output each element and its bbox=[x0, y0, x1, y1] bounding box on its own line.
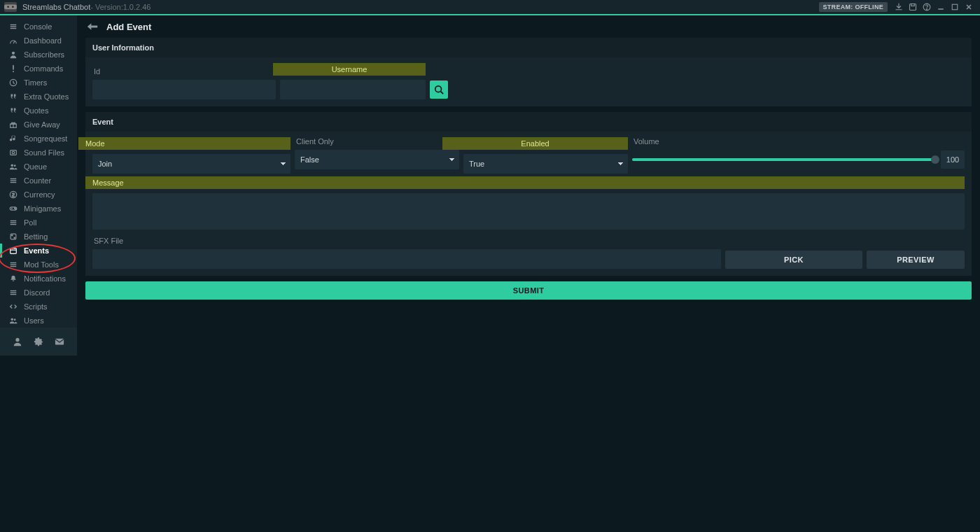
sidebar-item-console[interactable]: Console bbox=[0, 20, 77, 34]
sidebar-item-songrequest[interactable]: Songrequest bbox=[0, 132, 77, 146]
sidebar-item-poll[interactable]: Poll bbox=[0, 216, 77, 230]
calendar-icon bbox=[8, 246, 18, 255]
sidebar-item-dashboard[interactable]: Dashboard bbox=[0, 34, 77, 48]
music-icon bbox=[8, 134, 18, 144]
currency-icon bbox=[8, 190, 18, 200]
sidebar-item-label: Quotes bbox=[24, 106, 48, 115]
gear-icon[interactable] bbox=[33, 336, 44, 347]
username-label: Username bbox=[273, 63, 426, 76]
page-title: Add Event bbox=[106, 22, 151, 32]
id-input[interactable] bbox=[92, 80, 276, 99]
list-icon bbox=[8, 288, 18, 298]
sidebar-item-label: Mod Tools bbox=[24, 260, 59, 269]
sidebar-item-currency[interactable]: Currency bbox=[0, 188, 77, 202]
volume-slider[interactable] bbox=[632, 158, 935, 161]
person-icon bbox=[8, 50, 18, 59]
svg-point-1 bbox=[7, 6, 9, 8]
sidebar-item-label: Events bbox=[24, 246, 49, 255]
stream-status-badge: STREAM: OFFLINE bbox=[819, 2, 888, 12]
sound-icon bbox=[8, 148, 18, 158]
svg-rect-22 bbox=[10, 150, 17, 155]
svg-point-39 bbox=[12, 235, 13, 236]
svg-point-24 bbox=[11, 164, 13, 167]
quote-icon bbox=[8, 106, 18, 115]
code-icon bbox=[8, 302, 18, 312]
submit-button[interactable]: SUBMIT bbox=[85, 281, 972, 300]
sidebar-item-label: Poll bbox=[24, 218, 36, 227]
sidebar-item-discord[interactable]: Discord bbox=[0, 286, 77, 300]
sidebar-item-label: Commands bbox=[24, 64, 63, 73]
sidebar-item-label: Songrequest bbox=[24, 134, 67, 143]
svg-point-51 bbox=[11, 318, 13, 321]
enabled-label: Enabled bbox=[442, 137, 628, 150]
app-version-prefix: - Version: bbox=[90, 3, 122, 11]
mode-select[interactable]: Join bbox=[92, 154, 290, 174]
svg-rect-0 bbox=[4, 5, 17, 10]
preview-button[interactable]: PREVIEW bbox=[867, 251, 965, 269]
sidebar-item-mod-tools[interactable]: Mod Tools bbox=[0, 258, 77, 272]
mail-icon[interactable] bbox=[54, 336, 65, 347]
id-label: Id bbox=[92, 67, 276, 76]
sidebar-item-queue[interactable]: Queue bbox=[0, 160, 77, 174]
sidebar-item-notifications[interactable]: Notifications bbox=[0, 272, 77, 286]
dice-icon bbox=[8, 232, 18, 241]
sidebar-item-give-away[interactable]: Give Away bbox=[0, 118, 77, 132]
sidebar-item-timers[interactable]: Timers bbox=[0, 76, 77, 90]
svg-point-17 bbox=[13, 71, 14, 72]
download-icon[interactable] bbox=[892, 1, 905, 13]
profile-icon[interactable] bbox=[12, 336, 23, 347]
message-input[interactable] bbox=[92, 193, 965, 230]
search-button[interactable] bbox=[430, 80, 448, 99]
sidebar-item-label: Dashboard bbox=[24, 36, 62, 45]
svg-rect-8 bbox=[952, 4, 958, 10]
sfx-file-label: SFX File bbox=[92, 237, 965, 245]
sidebar-item-quotes[interactable]: Quotes bbox=[0, 104, 77, 118]
maximize-icon[interactable] bbox=[948, 1, 961, 13]
sidebar-item-events[interactable]: Events bbox=[0, 244, 77, 258]
sidebar-item-minigames[interactable]: Minigames bbox=[0, 202, 77, 216]
clientonly-label: Client Only bbox=[295, 137, 459, 146]
svg-point-15 bbox=[12, 52, 15, 55]
main-area: Add Event User Information Id Username bbox=[77, 15, 980, 532]
volume-slider-thumb[interactable] bbox=[931, 155, 939, 164]
sidebar-item-commands[interactable]: Commands bbox=[0, 62, 77, 76]
sidebar: ConsoleDashboardSubscribersCommandsTimer… bbox=[0, 15, 77, 356]
pick-button[interactable]: PICK bbox=[725, 251, 862, 269]
sidebar-item-label: Subscribers bbox=[24, 50, 64, 59]
titlebar: Streamlabs Chatbot - Version: 1.0.2.46 S… bbox=[0, 0, 980, 15]
svg-rect-38 bbox=[10, 234, 16, 239]
username-input[interactable] bbox=[280, 80, 426, 99]
svg-point-25 bbox=[14, 164, 16, 167]
volume-label: Volume bbox=[632, 137, 965, 146]
event-header: Event bbox=[85, 112, 972, 132]
minimize-icon[interactable] bbox=[934, 1, 947, 13]
gift-icon bbox=[8, 120, 18, 130]
help-icon[interactable] bbox=[920, 1, 933, 13]
sidebar-item-label: Discord bbox=[24, 288, 50, 297]
sfx-file-input[interactable] bbox=[92, 249, 721, 269]
enabled-select[interactable]: True bbox=[463, 154, 628, 174]
clientonly-select[interactable]: False bbox=[295, 150, 459, 169]
sidebar-item-label: Currency bbox=[24, 190, 55, 199]
sidebar-item-label: Queue bbox=[24, 162, 47, 171]
sidebar-bottom-bar bbox=[0, 328, 77, 356]
sidebar-item-sound-files[interactable]: Sound Files bbox=[0, 146, 77, 160]
svg-rect-41 bbox=[10, 248, 17, 254]
sidebar-item-extra-quotes[interactable]: Extra Quotes bbox=[0, 90, 77, 104]
user-info-header: User Information bbox=[85, 38, 972, 57]
sidebar-item-scripts[interactable]: Scripts bbox=[0, 300, 77, 314]
list-icon bbox=[8, 176, 18, 186]
sidebar-item-subscribers[interactable]: Subscribers bbox=[0, 48, 77, 62]
svg-point-53 bbox=[15, 338, 19, 342]
svg-rect-4 bbox=[911, 4, 915, 6]
sidebar-item-users[interactable]: Users bbox=[0, 314, 77, 328]
sidebar-item-label: Scripts bbox=[24, 302, 48, 311]
sidebar-item-betting[interactable]: Betting bbox=[0, 230, 77, 244]
sidebar-item-counter[interactable]: Counter bbox=[0, 174, 77, 188]
svg-point-2 bbox=[12, 6, 14, 8]
sidebar-item-label: Give Away bbox=[24, 120, 60, 129]
close-icon[interactable] bbox=[962, 1, 975, 13]
back-button[interactable] bbox=[85, 20, 99, 34]
sidebar-item-label: Timers bbox=[24, 78, 47, 87]
save-icon[interactable] bbox=[906, 1, 919, 13]
